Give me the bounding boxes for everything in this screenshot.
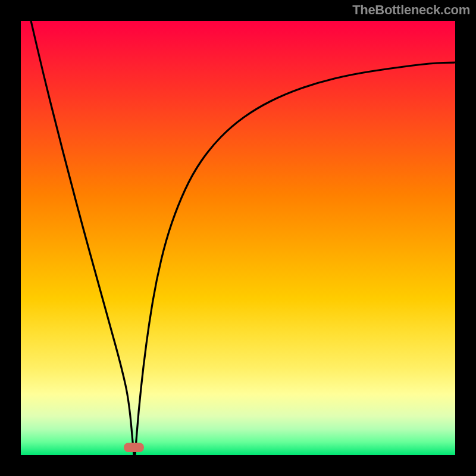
curve-path [31, 21, 455, 455]
chart-frame: TheBottleneck.com [0, 0, 476, 476]
watermark-label: TheBottleneck.com [352, 2, 470, 18]
plot-area [21, 21, 455, 455]
optimum-marker [124, 443, 144, 452]
bottleneck-curve [21, 21, 455, 455]
